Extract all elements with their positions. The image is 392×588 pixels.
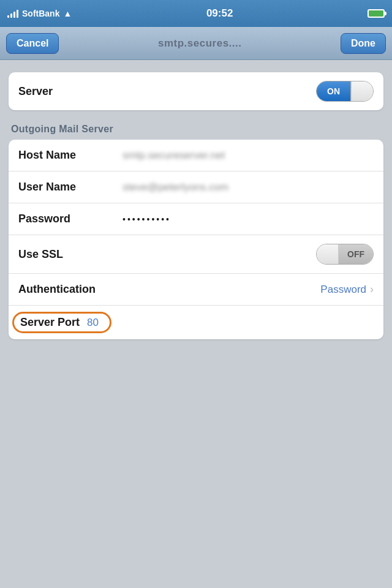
authentication-row[interactable]: Authentication Password ›: [9, 274, 383, 306]
ssl-toggle-off-label: OFF: [339, 244, 373, 264]
ssl-toggle[interactable]: OFF: [316, 244, 374, 265]
done-button[interactable]: Done: [341, 33, 386, 54]
nav-title: smtp.secures....: [65, 37, 334, 50]
nav-bar: Cancel smtp.secures.... Done: [0, 27, 392, 60]
use-ssl-label: Use SSL: [18, 248, 116, 261]
user-name-value: steve@peterlyons.com: [123, 181, 374, 194]
host-name-label: Host Name: [18, 149, 116, 162]
server-section: Server ON: [9, 72, 383, 110]
chevron-right-icon: ›: [370, 283, 374, 296]
toggle-on-label: ON: [317, 81, 351, 101]
server-label: Server: [18, 85, 53, 98]
password-value: ••••••••••: [123, 214, 374, 224]
password-label: Password: [18, 213, 116, 225]
toggle-thumb: [351, 81, 373, 101]
authentication-value-text: Password: [320, 284, 366, 296]
server-port-highlight: Server Port 80: [12, 312, 111, 333]
settings-group: Host Name smtp.secureserver.net User Nam…: [9, 140, 383, 339]
status-right: [368, 9, 385, 18]
password-row[interactable]: Password ••••••••••: [9, 203, 383, 235]
user-name-row[interactable]: User Name steve@peterlyons.com: [9, 172, 383, 203]
host-name-row[interactable]: Host Name smtp.secureserver.net: [9, 140, 383, 172]
server-port-value: 80: [87, 317, 99, 329]
authentication-value: Password ›: [320, 283, 374, 296]
server-toggle[interactable]: ON: [316, 81, 374, 102]
wifi-icon: ▲: [63, 9, 72, 18]
signal-bars-icon: [7, 9, 18, 18]
battery-icon: [368, 9, 385, 18]
server-port-label: Server Port: [20, 316, 80, 329]
outgoing-mail-header: Outgoing Mail Server: [9, 124, 383, 135]
content-area: Server ON Outgoing Mail Server Host Name…: [0, 60, 392, 352]
status-bar: SoftBank ▲ 09:52: [0, 0, 392, 27]
cancel-button[interactable]: Cancel: [6, 33, 59, 54]
server-row: Server ON: [9, 72, 383, 110]
ssl-toggle-thumb: [317, 244, 339, 264]
carrier-label: SoftBank: [22, 9, 59, 18]
host-name-value: smtp.secureserver.net: [123, 149, 374, 162]
use-ssl-row[interactable]: Use SSL OFF: [9, 235, 383, 274]
server-port-row[interactable]: Server Port 80: [9, 306, 383, 339]
status-left: SoftBank ▲: [7, 9, 72, 18]
authentication-label: Authentication: [18, 283, 116, 296]
user-name-label: User Name: [18, 181, 116, 194]
status-time: 09:52: [206, 7, 233, 20]
